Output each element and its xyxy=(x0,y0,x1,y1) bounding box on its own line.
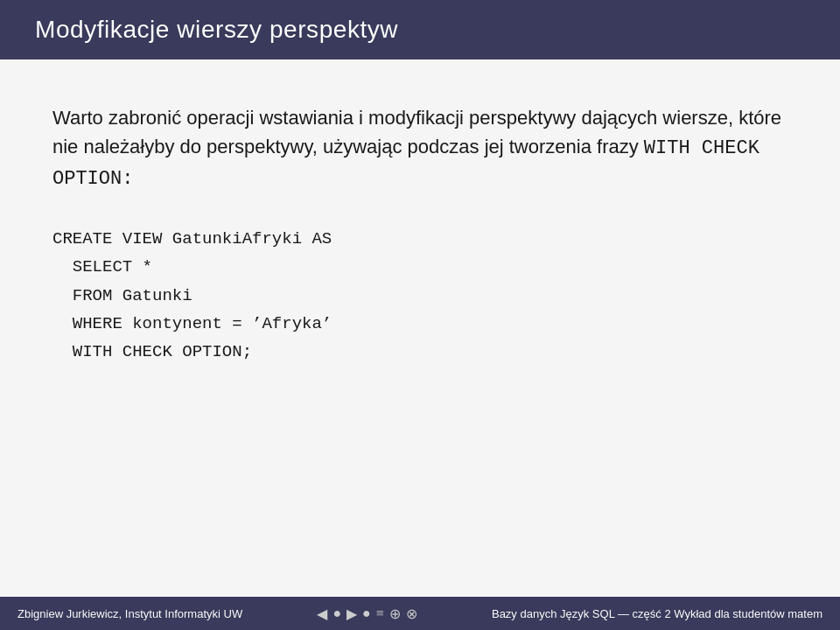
footer-author: Zbigniew Jurkiewicz, Instytut Informatyk… xyxy=(18,607,242,620)
main-paragraph: Warto zabronić operacji wstawiania i mod… xyxy=(52,103,788,193)
nav-arrow-left-icon[interactable]: ◀ xyxy=(317,606,327,622)
nav-zoom-icon[interactable]: ⊕ xyxy=(389,606,401,622)
nav-circle-left-icon[interactable]: ● xyxy=(332,606,341,621)
slide-title: Modyfikacje wierszy perspektyw xyxy=(35,16,398,44)
footer-navigation: ◀ ● ▶ ● ≡ ⊕ ⊗ xyxy=(317,606,416,622)
code-line-1: CREATE VIEW GatunkiAfryki AS xyxy=(52,225,788,253)
code-line-3: FROM Gatunki xyxy=(52,282,788,310)
slide-container: Modyfikacje wierszy perspektyw Warto zab… xyxy=(0,0,840,630)
code-line-4: WHERE kontynent = ’Afryka’ xyxy=(52,310,788,338)
nav-list-icon[interactable]: ≡ xyxy=(376,606,384,621)
nav-arrow-right-icon[interactable]: ▶ xyxy=(346,606,357,622)
nav-circle-right-icon[interactable]: ● xyxy=(362,606,371,621)
footer-bar: Zbigniew Jurkiewicz, Instytut Informatyk… xyxy=(0,597,840,630)
footer-course: Bazy danych Język SQL — część 2 Wykład d… xyxy=(492,607,822,620)
code-line-5: WITH CHECK OPTION; xyxy=(52,338,788,366)
nav-search-icon[interactable]: ⊗ xyxy=(406,606,417,622)
slide-body: Warto zabronić operacji wstawiania i mod… xyxy=(0,60,840,597)
code-line-2: SELECT * xyxy=(52,253,788,281)
code-block: CREATE VIEW GatunkiAfryki AS SELECT * FR… xyxy=(52,225,788,366)
header-bar: Modyfikacje wierszy perspektyw xyxy=(0,0,840,60)
